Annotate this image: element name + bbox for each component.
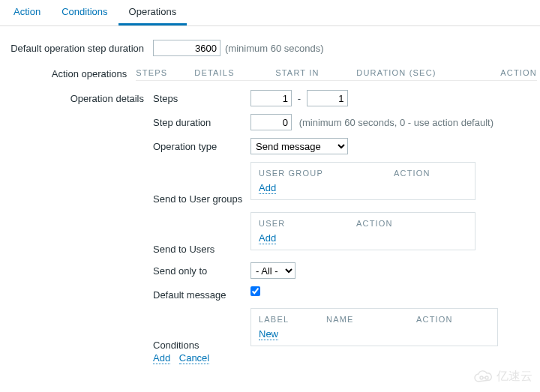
steps-from-input[interactable] [250, 90, 292, 106]
col-action: ACTION [500, 68, 537, 77]
default-step-duration-hint: (minimum 60 seconds) [225, 43, 324, 54]
conditions-label: Conditions [153, 337, 250, 351]
col-steps: STEPS [136, 68, 194, 77]
operation-type-select[interactable]: Send message [250, 138, 348, 154]
conditions-col-name: NAME [326, 315, 416, 324]
watermark: 亿速云 [472, 369, 532, 385]
col-details: DETAILS [194, 68, 275, 77]
col-start: START IN [275, 68, 356, 77]
users-add-link[interactable]: Add [259, 232, 276, 244]
users-box: USER ACTION Add [250, 212, 476, 250]
cancel-operation-link[interactable]: Cancel [179, 352, 209, 364]
cloud-icon [472, 370, 495, 384]
usergroups-col-group: USER GROUP [259, 169, 394, 178]
usergroups-box: USER GROUP ACTION Add [250, 162, 476, 200]
steps-label: Steps [153, 90, 250, 104]
tab-action[interactable]: Action [3, 0, 51, 25]
steps-to-input[interactable] [307, 90, 348, 106]
send-to-usergroups-label: Send to User groups [153, 190, 250, 205]
send-only-to-label: Send only to [153, 262, 250, 277]
default-step-duration-input[interactable] [153, 40, 220, 56]
users-col-user: USER [259, 219, 356, 228]
default-step-duration-label: Default operation step duration [3, 40, 153, 54]
step-duration-label: Step duration [153, 114, 250, 128]
default-message-label: Default message [153, 286, 250, 301]
conditions-col-action: ACTION [416, 315, 453, 324]
send-only-to-select[interactable]: - All - [250, 262, 296, 279]
svg-point-1 [485, 376, 488, 379]
usergroups-add-link[interactable]: Add [259, 182, 276, 194]
tab-bar: Action Conditions Operations [0, 0, 540, 26]
col-duration: DURATION (SEC) [356, 68, 500, 77]
operation-details-label: Operation details [3, 90, 153, 104]
add-operation-link[interactable]: Add [153, 352, 170, 364]
steps-dash: - [298, 93, 301, 104]
svg-point-0 [480, 376, 483, 379]
default-message-checkbox[interactable] [250, 286, 260, 296]
send-to-users-label: Send to Users [153, 241, 250, 255]
tab-conditions[interactable]: Conditions [51, 0, 118, 25]
conditions-col-label: LABEL [259, 315, 326, 324]
operations-form: Default operation step duration (minimum… [0, 26, 540, 371]
tab-operations[interactable]: Operations [118, 0, 188, 25]
conditions-new-link[interactable]: New [259, 328, 278, 340]
action-operations-label: Action operations [3, 65, 136, 79]
conditions-box: LABEL NAME ACTION New [250, 308, 498, 346]
usergroups-col-action: ACTION [394, 169, 430, 178]
operation-type-label: Operation type [153, 138, 250, 152]
users-col-action: ACTION [356, 219, 393, 228]
step-duration-hint: (minimum 60 seconds, 0 - use action defa… [299, 117, 494, 128]
step-duration-input[interactable] [250, 114, 292, 130]
